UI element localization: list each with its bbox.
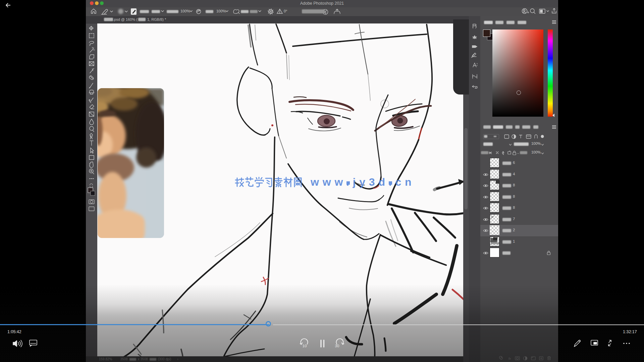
svg-text:10: 10 bbox=[303, 344, 307, 348]
svg-text:30: 30 bbox=[335, 344, 339, 348]
svg-text:fx: fx bbox=[508, 357, 511, 360]
svg-text:www.jy3d.cn: www.jy3d.cn bbox=[310, 176, 415, 188]
